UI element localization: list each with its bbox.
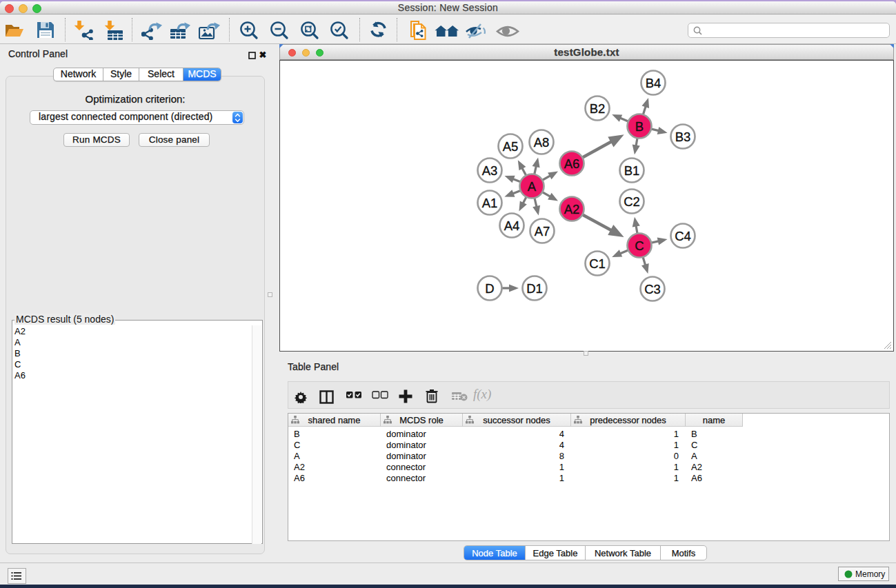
svg-text:A2: A2 — [564, 202, 580, 216]
svg-text:D: D — [485, 281, 494, 296]
svg-text:B1: B1 — [624, 163, 640, 178]
svg-text:A: A — [528, 179, 537, 194]
svg-text:A4: A4 — [504, 219, 520, 233]
svg-text:B2: B2 — [590, 101, 606, 116]
svg-text:C: C — [635, 239, 644, 253]
svg-text:A6: A6 — [564, 156, 580, 171]
svg-text:A3: A3 — [482, 163, 498, 178]
svg-text:A7: A7 — [535, 224, 550, 239]
svg-text:B4: B4 — [646, 76, 661, 90]
svg-text:C2: C2 — [624, 194, 640, 209]
svg-text:A8: A8 — [534, 135, 550, 150]
svg-text:B: B — [635, 119, 644, 134]
svg-text:A5: A5 — [503, 139, 519, 154]
svg-text:D1: D1 — [526, 281, 543, 296]
svg-text:C1: C1 — [589, 256, 606, 271]
svg-text:A1: A1 — [482, 196, 498, 210]
svg-text:C4: C4 — [675, 229, 691, 243]
svg-text:B3: B3 — [675, 130, 691, 144]
svg-text:C3: C3 — [644, 282, 661, 296]
